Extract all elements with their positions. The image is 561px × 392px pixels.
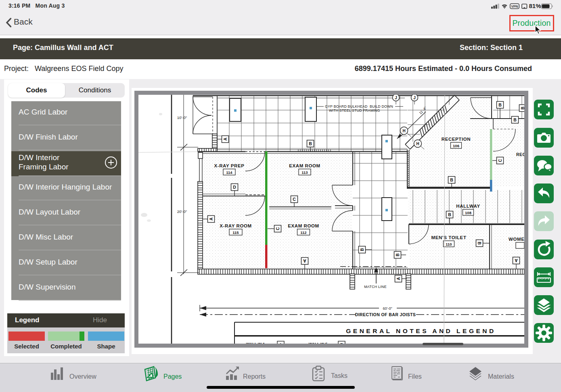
svg-text:B: B	[360, 248, 364, 251]
svg-text:A: A	[396, 277, 401, 280]
svg-text:112: 112	[300, 230, 306, 235]
svg-text:C: C	[293, 197, 296, 202]
svg-text:B: B	[498, 102, 502, 107]
svg-text:B: B	[309, 141, 312, 146]
svg-text:EXAM ROOM: EXAM ROOM	[288, 223, 319, 228]
svg-text:WALL W-5: WALL W-5	[309, 342, 328, 344]
svg-text:A: A	[279, 343, 282, 344]
svg-text:A: A	[223, 138, 228, 141]
svg-text:C: C	[275, 227, 280, 230]
svg-text:REC: REC	[516, 152, 524, 157]
svg-text:H: H	[416, 142, 419, 146]
svg-text:B: B	[513, 117, 517, 122]
svg-text:GYP BOARD BULKHEAD BUILD DOWN: GYP BOARD BULKHEAD BUILD DOWN	[325, 104, 393, 108]
svg-text:113: 113	[301, 170, 308, 175]
svg-text:EXAM ROOM: EXAM ROOM	[289, 163, 320, 168]
svg-text:A: A	[209, 217, 214, 221]
svg-text:X-RAY ROOM: X-RAY ROOM	[220, 223, 252, 228]
svg-text:A: A	[515, 258, 518, 263]
svg-text:GENERAL NOTES AND LEGEND: GENERAL NOTES AND LEGEND	[346, 327, 496, 334]
svg-text:D: D	[233, 185, 236, 190]
svg-text:106: 106	[453, 144, 459, 148]
svg-text:114: 114	[226, 170, 232, 175]
svg-text:RECEPTION: RECEPTION	[442, 137, 471, 142]
svg-text:HALLWAY: HALLWAY	[456, 204, 480, 209]
svg-text:MATCH LINE: MATCH LINE	[364, 285, 387, 289]
svg-text:MEN'S TOILET: MEN'S TOILET	[431, 235, 466, 240]
svg-text:E: E	[340, 343, 343, 344]
svg-text:J: J	[395, 96, 397, 100]
svg-text:WALL W-1: WALL W-1	[246, 342, 265, 344]
svg-text:110: 110	[446, 242, 452, 246]
svg-text:B: B	[448, 212, 451, 217]
svg-text:WITH STEEL STUD FRAMING: WITH STEEL STUD FRAMING	[329, 108, 380, 113]
svg-text:B: B	[477, 242, 482, 245]
svg-text:J: J	[413, 96, 416, 100]
svg-text:DIRECTION OF BAR JOISTS: DIRECTION OF BAR JOISTS	[355, 312, 416, 317]
svg-text:60’-0": 60’-0"	[383, 307, 392, 311]
svg-text:A: A	[303, 259, 306, 263]
svg-text:C: C	[498, 159, 502, 162]
svg-text:20’-0": 20’-0"	[177, 209, 187, 214]
svg-text:VPN: VPN	[511, 4, 518, 8]
svg-text:X-RAY PREP: X-RAY PREP	[214, 163, 244, 168]
svg-text:WOMEN’S: WOMEN’S	[509, 237, 524, 242]
svg-text:B: B	[395, 253, 400, 256]
svg-text:10’-0": 10’-0"	[177, 115, 187, 120]
svg-text:108: 108	[465, 211, 471, 215]
svg-text:B: B	[520, 106, 524, 110]
svg-text:B: B	[450, 177, 453, 182]
svg-text:H: H	[402, 129, 405, 133]
svg-text:115: 115	[232, 230, 239, 235]
svg-text:81%: 81%	[529, 2, 541, 9]
